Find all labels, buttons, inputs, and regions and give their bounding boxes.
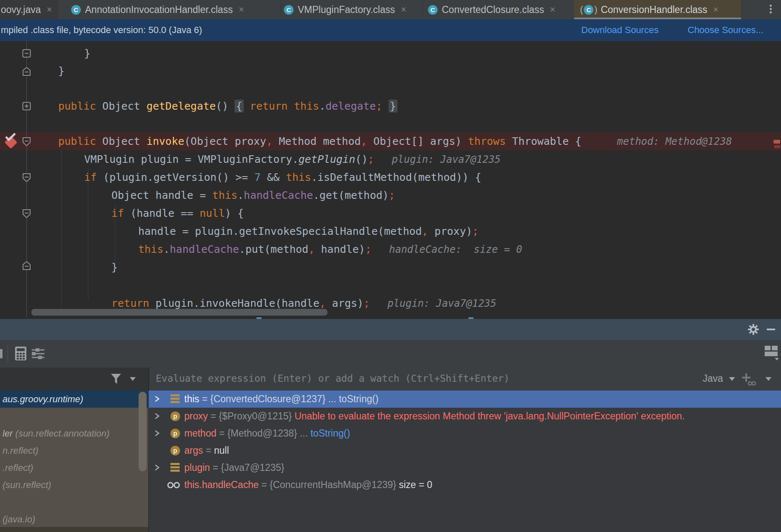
tab-converted-closure[interactable]: C ConvertedClosure.class × — [420, 0, 577, 19]
clipped-toolbar-icon[interactable] — [0, 349, 3, 358]
expand-chevron-icon[interactable] — [154, 412, 160, 420]
tab-options-more-icon[interactable] — [766, 3, 775, 15]
parameter-icon: p — [170, 429, 180, 438]
parameter-icon: p — [170, 446, 180, 455]
code-line[interactable]: if (handle == null) { — [111, 204, 244, 222]
horizontal-scrollbar-thumb[interactable] — [31, 309, 327, 316]
variable-text: this.handleCache = {ConcurrentHashMap@12… — [184, 476, 432, 493]
tab-close-icon[interactable]: × — [713, 5, 719, 14]
variable-row-handlecache-watch[interactable]: this.handleCache = {ConcurrentHashMap@12… — [149, 476, 781, 493]
variable-row-method[interactable]: p method = {Method@1238} ... toString() — [149, 425, 781, 442]
debug-panel-header — [0, 319, 781, 340]
frames-horizontal-scrollbar-track[interactable] — [0, 527, 149, 532]
tab-conversion-handler-active[interactable]: ( C ) ConversionHandler.class × — [574, 0, 742, 19]
editor-tab-bar: oovy.java × C AnnotationInvocationHandle… — [0, 0, 781, 19]
code-editor[interactable]: } } public Object getDelegate() { return… — [0, 41, 781, 319]
add-watch-icon[interactable] — [742, 373, 756, 386]
evaluate-expression-bar[interactable]: Evaluate expression (Enter) or add a wat… — [149, 368, 781, 391]
tab-label: ConversionHandler.class — [601, 4, 707, 15]
tab-groovy-java[interactable]: oovy.java × — [0, 0, 58, 19]
frame-row[interactable] — [0, 408, 149, 425]
tab-close-icon[interactable]: × — [239, 5, 244, 14]
class-icon: C — [71, 5, 81, 15]
code-line[interactable]: if (plugin.getVersion() >= 7 && this.isD… — [84, 168, 481, 186]
code-line[interactable]: VMPlugin plugin = VMPluginFactory.getPlu… — [84, 150, 500, 168]
frame-row[interactable] — [0, 493, 149, 511]
code-line-breakpoint[interactable]: public Object invoke(Object proxy, Metho… — [58, 132, 732, 150]
fold-start-marker-icon[interactable] — [22, 173, 31, 182]
frames-vertical-scrollbar[interactable] — [139, 392, 147, 471]
watches-dropdown-caret-icon[interactable] — [766, 377, 771, 381]
frame-row[interactable]: n.reflect) — [0, 442, 149, 459]
debugger-frames-list: aus.groovy.runtime) ler (sun.reflect.ann… — [0, 391, 149, 532]
frame-row[interactable]: (java.io) — [0, 511, 149, 528]
indent-guide — [88, 168, 88, 300]
language-selector-label: Java — [703, 373, 723, 384]
inline-debugger-hint: method: Method@1238 — [617, 136, 732, 147]
tab-label: AnnotationInvocationHandler.class — [85, 4, 233, 15]
code-line[interactable]: this.handleCache.put(method, handle);han… — [138, 240, 522, 258]
variable-text: args = null — [184, 442, 229, 459]
decompiled-paren: ) — [594, 4, 597, 15]
expand-chevron-icon[interactable] — [154, 395, 160, 403]
evaluate-expression-calculator-icon[interactable] — [15, 347, 26, 360]
variable-text: proxy = {$Proxy0@1215} Unable to evaluat… — [184, 408, 685, 425]
tab-vmplugin-factory[interactable]: C VMPluginFactory.class × — [276, 0, 423, 19]
variable-text: plugin = {Java7@1235} — [184, 459, 284, 476]
tab-close-icon[interactable]: × — [46, 5, 52, 14]
frames-filter-bar — [0, 368, 149, 391]
method-breakpoint-icon[interactable] — [2, 131, 21, 151]
error-stripe-mark[interactable] — [773, 140, 780, 144]
frame-row[interactable]: ler (sun.reflect.annotation) — [0, 425, 149, 442]
error-stripe-mark[interactable] — [774, 145, 780, 148]
code-line[interactable]: } — [111, 258, 118, 276]
hide-panel-minus-icon[interactable] — [767, 329, 775, 330]
frame-row-selected[interactable]: aus.groovy.runtime) — [0, 391, 149, 408]
fold-collapsed-box-icon[interactable] — [22, 49, 31, 58]
fold-expand-box-icon[interactable] — [22, 102, 31, 111]
frame-row[interactable]: .reflect) — [0, 459, 149, 476]
choose-sources-link[interactable]: Choose Sources... — [688, 25, 763, 36]
fold-start-marker-icon[interactable] — [22, 137, 31, 146]
tab-annotation-invocation-handler[interactable]: C AnnotationInvocationHandler.class × — [62, 0, 281, 19]
decompiled-paren: ( — [580, 4, 583, 15]
parameter-icon: p — [170, 411, 180, 421]
class-icon: C — [428, 5, 438, 15]
variable-row-plugin[interactable]: plugin = {Java7@1235} — [149, 459, 781, 476]
variable-text: method = {Method@1238} ... toString() — [184, 425, 350, 442]
code-line[interactable]: Object handle = this.handleCache.get(met… — [111, 186, 395, 204]
ide-window: oovy.java × C AnnotationInvocationHandle… — [0, 0, 781, 532]
code-line[interactable]: public Object getDelegate() { return thi… — [58, 97, 397, 115]
code-line[interactable]: handle = plugin.getInvokeSpecialHandle(m… — [138, 222, 479, 240]
filter-dropdown-caret-icon[interactable] — [130, 377, 136, 381]
banner-message: mpiled .class file, bytecode version: 50… — [1, 25, 202, 36]
fold-end-marker-icon[interactable] — [22, 261, 31, 270]
expand-chevron-icon[interactable] — [154, 464, 160, 471]
tab-label: VMPluginFactory.class — [298, 4, 395, 15]
variable-text: this = {ConvertedClosure@1237} ... toStr… — [184, 391, 379, 408]
fold-start-marker-icon[interactable] — [22, 209, 31, 218]
value-icon — [170, 463, 180, 473]
variable-row-proxy[interactable]: p proxy = {$Proxy0@1215} Unable to evalu… — [149, 408, 781, 425]
debugger-variables-tree: this = {ConvertedClosure@1237} ... toStr… — [149, 391, 781, 532]
inline-debugger-hint: handleCache: size = 0 — [389, 244, 522, 255]
filter-funnel-icon[interactable] — [110, 373, 122, 385]
indent-guide — [61, 151, 62, 318]
download-sources-link[interactable]: Download Sources — [581, 25, 659, 36]
frame-row[interactable]: (sun.reflect) — [0, 476, 149, 493]
expand-chevron-icon[interactable] — [154, 429, 160, 437]
code-line[interactable]: } — [58, 62, 64, 80]
variable-row-args[interactable]: p args = null — [149, 442, 781, 459]
gear-settings-icon[interactable] — [748, 324, 759, 335]
tab-close-icon[interactable]: × — [401, 5, 406, 14]
language-selector[interactable]: Java — [703, 373, 735, 384]
layout-settings-sliders-icon[interactable] — [32, 348, 44, 359]
inline-debugger-hint: plugin: Java7@1235 — [392, 154, 500, 165]
code-line[interactable]: } — [84, 44, 90, 62]
tab-close-icon[interactable]: × — [550, 5, 555, 14]
layout-views-icon[interactable] — [765, 346, 779, 361]
variable-row-this[interactable]: this = {ConvertedClosure@1237} ... toStr… — [149, 391, 781, 408]
evaluate-expression-input[interactable]: Evaluate expression (Enter) or add a wat… — [156, 373, 510, 384]
fold-end-marker-icon[interactable] — [22, 67, 31, 76]
panel-divider[interactable] — [148, 368, 149, 532]
